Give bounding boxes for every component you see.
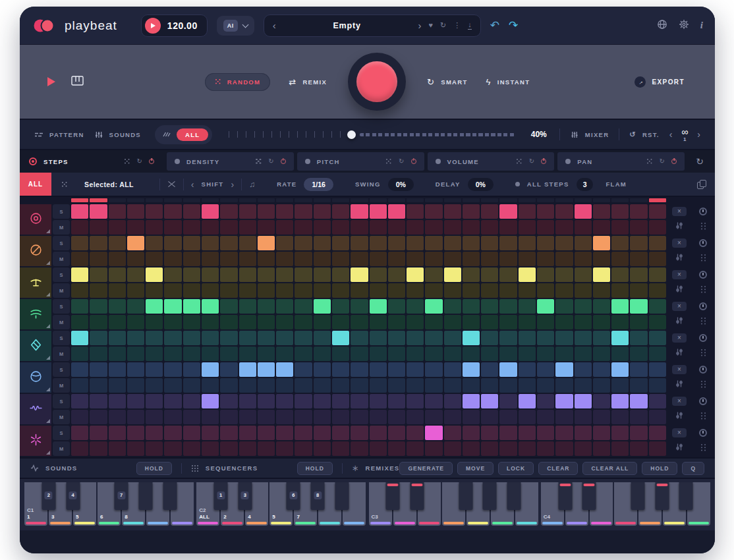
mute-step-kick-31[interactable] — [630, 220, 647, 235]
clear-button[interactable]: CLEAR — [538, 462, 578, 475]
step-snare-6[interactable] — [164, 236, 181, 250]
mute-step-open-hat-4[interactable] — [127, 315, 144, 329]
step-fx-7[interactable] — [183, 426, 200, 440]
mute-step-kick-8[interactable] — [202, 220, 219, 235]
step-closed-hat-22[interactable] — [463, 267, 480, 282]
power-icon[interactable] — [281, 159, 286, 164]
step-open-hat-22[interactable] — [463, 299, 480, 314]
mute-step-tom-25[interactable] — [519, 378, 536, 393]
mute-step-synth-7[interactable] — [183, 410, 200, 424]
mute-step-open-hat-9[interactable] — [220, 315, 237, 329]
mute-step-kick-22[interactable] — [463, 220, 480, 235]
mute-step-closed-hat-1[interactable] — [71, 283, 88, 298]
mute-step-open-hat-11[interactable] — [258, 315, 275, 329]
download-icon[interactable]: ↓ — [468, 21, 472, 30]
step-closed-hat-27[interactable] — [555, 267, 573, 282]
step-kick-3[interactable] — [109, 204, 126, 219]
row-select-all-tab[interactable]: ALL — [20, 173, 51, 196]
mute-step-shaker-8[interactable] — [202, 347, 219, 361]
step-synth-27[interactable] — [555, 394, 573, 408]
step-snare-21[interactable] — [444, 236, 461, 250]
step-kick-8[interactable] — [202, 204, 219, 219]
mute-step-kick-6[interactable] — [164, 220, 181, 235]
mute-step-open-hat-2[interactable] — [90, 315, 107, 329]
step-closed-hat-32[interactable] — [649, 267, 666, 282]
step-tom-19[interactable] — [407, 362, 424, 377]
mute-step-tom-23[interactable] — [481, 378, 498, 393]
step-fx-32[interactable] — [649, 426, 666, 440]
settings-gear-icon[interactable] — [679, 19, 689, 32]
mute-step-open-hat-10[interactable] — [239, 315, 256, 329]
mute-step-fx-22[interactable] — [463, 441, 480, 456]
solo-button-fx[interactable]: S — [53, 426, 70, 440]
mute-step-shaker-15[interactable] — [332, 347, 349, 361]
knob-face[interactable] — [356, 61, 397, 102]
mute-step-synth-13[interactable] — [295, 410, 312, 424]
reload-preset-icon[interactable]: ↻ — [440, 22, 446, 29]
mute-step-fx-10[interactable] — [239, 441, 256, 456]
step-synth-17[interactable] — [370, 394, 387, 408]
step-snare-23[interactable] — [481, 236, 498, 250]
step-snare-9[interactable] — [220, 236, 237, 250]
step-tom-24[interactable] — [499, 362, 517, 377]
tab-density[interactable]: DENSITY ↻ — [167, 152, 294, 171]
step-fx-1[interactable] — [71, 426, 88, 440]
mute-step-kick-19[interactable] — [407, 220, 424, 235]
step-closed-hat-17[interactable] — [370, 267, 387, 282]
mute-step-tom-29[interactable] — [593, 378, 610, 393]
mute-step-snare-8[interactable] — [202, 252, 219, 266]
remix-button[interactable]: ⇄ REMIX — [289, 78, 327, 86]
mute-step-tom-20[interactable] — [425, 378, 442, 393]
step-tom-27[interactable] — [555, 362, 573, 377]
mute-step-open-hat-20[interactable] — [425, 315, 442, 329]
mute-step-fx-9[interactable] — [220, 441, 237, 456]
expand-corner-icon[interactable] — [46, 451, 50, 455]
step-open-hat-5[interactable] — [146, 299, 163, 314]
step-shaker-23[interactable] — [481, 331, 498, 345]
step-shaker-7[interactable] — [183, 331, 200, 345]
mute-step-shaker-31[interactable] — [630, 347, 647, 361]
step-closed-hat-1[interactable] — [71, 267, 88, 282]
step-synth-9[interactable] — [220, 394, 237, 408]
step-fx-15[interactable] — [332, 426, 349, 440]
step-shaker-21[interactable] — [444, 331, 461, 345]
step-synth-5[interactable] — [146, 394, 163, 408]
row-drag-icon[interactable] — [700, 412, 706, 420]
step-open-hat-21[interactable] — [444, 299, 461, 314]
mute-step-open-hat-8[interactable] — [202, 315, 219, 329]
step-closed-hat-25[interactable] — [519, 267, 536, 282]
flam-label[interactable]: FLAM — [606, 181, 627, 188]
mute-step-shaker-10[interactable] — [239, 347, 256, 361]
mute-step-tom-26[interactable] — [537, 378, 554, 393]
step-fx-31[interactable] — [630, 426, 647, 440]
mute-step-tom-16[interactable] — [351, 378, 368, 393]
step-tom-9[interactable] — [220, 362, 237, 377]
mute-step-tom-7[interactable] — [183, 378, 200, 393]
lock-button[interactable]: LOCK — [498, 462, 534, 475]
mute-step-synth-9[interactable] — [220, 410, 237, 424]
dice-icon[interactable] — [646, 158, 653, 165]
mute-button-kick[interactable]: M — [53, 220, 70, 235]
step-snare-15[interactable] — [332, 236, 349, 250]
mute-step-closed-hat-8[interactable] — [202, 283, 219, 298]
expand-corner-icon[interactable] — [46, 293, 50, 296]
black-key[interactable] — [507, 482, 521, 510]
clear-row-icon[interactable]: × — [672, 428, 687, 437]
row-drag-icon[interactable] — [700, 317, 706, 325]
row-drag-icon[interactable] — [700, 443, 706, 452]
mute-step-synth-28[interactable] — [575, 410, 592, 424]
step-kick-14[interactable] — [314, 204, 331, 219]
step-fx-3[interactable] — [109, 426, 126, 440]
generate-button[interactable]: GENERATE — [399, 462, 453, 475]
step-shaker-20[interactable] — [425, 331, 442, 345]
step-tom-11[interactable] — [258, 362, 275, 377]
mute-step-shaker-25[interactable] — [519, 347, 536, 361]
mute-step-synth-14[interactable] — [314, 410, 331, 424]
step-tom-2[interactable] — [90, 362, 107, 377]
tab-steps[interactable]: STEPS ↻ — [20, 152, 163, 171]
step-closed-hat-13[interactable] — [295, 267, 312, 282]
select-all-button[interactable]: ALL — [177, 128, 208, 141]
mute-step-fx-14[interactable] — [314, 441, 331, 456]
undo-icon[interactable]: ↶ — [490, 20, 499, 31]
mute-step-synth-19[interactable] — [407, 410, 424, 424]
